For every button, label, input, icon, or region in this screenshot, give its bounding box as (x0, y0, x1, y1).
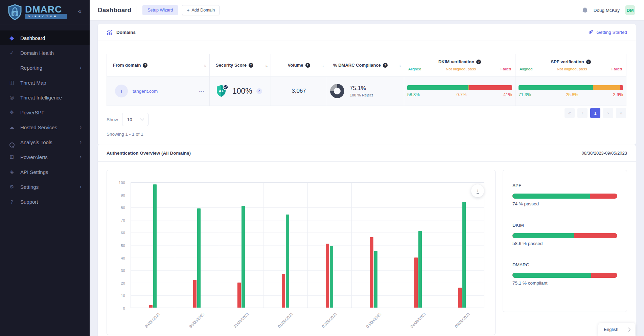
sidebar-collapse-icon[interactable]: « (78, 7, 82, 15)
sidebar-item-support[interactable]: ?Support (0, 194, 90, 209)
sidebar-item-domain-health[interactable]: ✓Domain Health (0, 45, 90, 60)
column-label: From domain (113, 63, 141, 68)
first-page-button[interactable]: « (565, 108, 575, 118)
api-icon: ◈ (8, 169, 15, 175)
chevron-right-icon: › (80, 124, 82, 130)
column-label: Security Score (216, 63, 247, 68)
download-icon: ↓ (477, 188, 479, 194)
security-score-value: 100% (232, 87, 252, 96)
setup-wizard-button[interactable]: Setup Wizard (142, 5, 178, 15)
divider (137, 6, 137, 14)
sidebar-item-poweralerts[interactable]: ⊞PowerAlerts› (0, 150, 90, 164)
language-label: English (604, 327, 618, 332)
page-button[interactable]: 1 (590, 108, 600, 118)
stat-bar (512, 194, 617, 199)
domains-card-header: Domains Getting Started (98, 24, 636, 41)
chart-category (219, 183, 263, 308)
bar-failed (282, 274, 285, 308)
sidebar-item-analysis-tools[interactable]: Analysis Tools› (0, 135, 90, 150)
bar-failed (326, 244, 329, 308)
segment-failed (469, 85, 512, 90)
column-label: % DMARC Compliance (333, 63, 381, 68)
y-axis-tick-label: 0 (123, 306, 125, 310)
help-icon[interactable]: ? (586, 60, 591, 64)
volume-value: 3,067 (271, 76, 327, 106)
dkim-stacked-bar (407, 85, 512, 90)
y-axis-tick-label: 50 (121, 244, 125, 248)
dkim-failed-value: 41% (503, 92, 512, 97)
chart-category (308, 183, 352, 308)
auth-card-header: Authentication Overview (All Domains) 08… (98, 145, 636, 162)
chart-category (175, 183, 220, 308)
domain-link[interactable]: tangent.com (133, 89, 158, 94)
stat-text: 58.6 % passed (512, 241, 617, 246)
side-stat-dmarc: DMARC75.1 % compliant (512, 262, 617, 286)
stat-bar (512, 273, 617, 278)
language-switcher[interactable]: English (598, 323, 635, 336)
target-icon: ◎ (8, 94, 15, 100)
next-page-button[interactable]: › (603, 108, 613, 118)
domain-avatar: T (115, 85, 128, 97)
bar-failed (458, 288, 462, 308)
spf-not-aligned-value: 25.8% (566, 92, 578, 97)
sidebar-item-threat-map[interactable]: ◫Threat Map (0, 75, 90, 90)
help-icon[interactable]: ? (383, 63, 388, 68)
svg-text:A+: A+ (219, 89, 224, 93)
page-size-select[interactable]: 10 (122, 113, 148, 126)
getting-started-link[interactable]: Getting Started (588, 29, 627, 35)
help-icon[interactable]: ? (249, 63, 253, 68)
prev-page-button[interactable]: ‹ (577, 108, 588, 118)
sidebar-item-hosted-services[interactable]: ☁Hosted Services› (0, 120, 90, 135)
last-page-button[interactable]: » (616, 108, 626, 118)
spf-failed-value: 2.9% (613, 92, 623, 97)
user-avatar[interactable]: DM (625, 5, 635, 15)
chevron-right-icon: › (80, 65, 82, 71)
rocket-icon (588, 29, 594, 35)
column-header-dkim-verification[interactable]: DKIM verification ? Aligned Not aligned,… (404, 54, 515, 76)
sublabel-not-aligned: Not aligned, pass (446, 67, 476, 71)
bar-passed (374, 251, 377, 308)
column-header-spf-verification[interactable]: SPF verification ? Aligned Not aligned, … (515, 54, 626, 76)
sidebar-item-threat-intelligence[interactable]: ◎Threat Intelligence (0, 90, 90, 105)
sublabel-aligned: Aligned (408, 67, 421, 71)
sidebar-item-settings[interactable]: ⚙Settings› (0, 179, 90, 194)
add-domain-button[interactable]: + Add Domain (182, 5, 220, 15)
sort-icon[interactable]: ↑↓ (321, 63, 323, 67)
help-icon[interactable]: ? (143, 63, 147, 68)
notifications-bell-icon[interactable] (582, 7, 588, 14)
sidebar-item-label: Domain Health (20, 50, 54, 56)
column-header-from-domain[interactable]: From domain ? ↑↓ (107, 54, 210, 76)
y-axis: 0102030405060708090100 (107, 182, 128, 308)
domains-card: Domains Getting Started (98, 24, 636, 145)
sublabel-failed: Failed (612, 67, 622, 71)
sidebar-item-reporting[interactable]: ≡Reporting› (0, 60, 90, 75)
chevron-right-icon: › (80, 154, 82, 160)
column-header-dmarc-compliance[interactable]: % DMARC Compliance ? ↑↓ (327, 54, 404, 76)
domains-card-title: Domains (116, 30, 136, 35)
help-icon[interactable]: ? (305, 63, 310, 68)
shield-lock-logo-icon: @ (7, 4, 22, 20)
chart-category (352, 183, 396, 308)
column-header-security-score[interactable]: Security Score ? ↑↓ (210, 54, 271, 76)
segment-not_aligned (593, 85, 620, 90)
chart-download-button[interactable]: ↓ (471, 184, 484, 197)
sidebar-item-powerspf[interactable]: ❖PowerSPF (0, 105, 90, 120)
sort-icon[interactable]: ↑↓ (398, 63, 400, 67)
stat-bar-fill (512, 233, 574, 238)
row-menu-icon[interactable]: ⋯ (199, 88, 205, 94)
brand-logo: @ DMARC DIRECTOR « (0, 0, 90, 24)
pagination: «‹1›» (565, 108, 626, 118)
report-lines-icon: ≡ (8, 65, 15, 71)
sort-icon[interactable]: ↑↓ (204, 63, 206, 67)
bar-passed (418, 231, 422, 308)
column-header-volume[interactable]: Volume ? ↑↓ (271, 54, 327, 76)
external-link-icon[interactable]: ↗ (256, 88, 262, 94)
sidebar-item-dashboard[interactable]: ◆Dashboard (0, 30, 90, 45)
help-icon[interactable]: ? (476, 60, 481, 64)
sublabel-not-aligned: Not aligned, pass (557, 67, 587, 71)
x-axis-tick-label: 02/09/2023 (321, 312, 338, 329)
auth-bar-chart: 0102030405060708090100 29/08/202330/08/2… (107, 170, 496, 335)
chart-category (263, 183, 308, 308)
sidebar-item-api-settings[interactable]: ◈API Settings (0, 164, 90, 179)
sort-icon[interactable]: ↑↓ (265, 63, 267, 67)
